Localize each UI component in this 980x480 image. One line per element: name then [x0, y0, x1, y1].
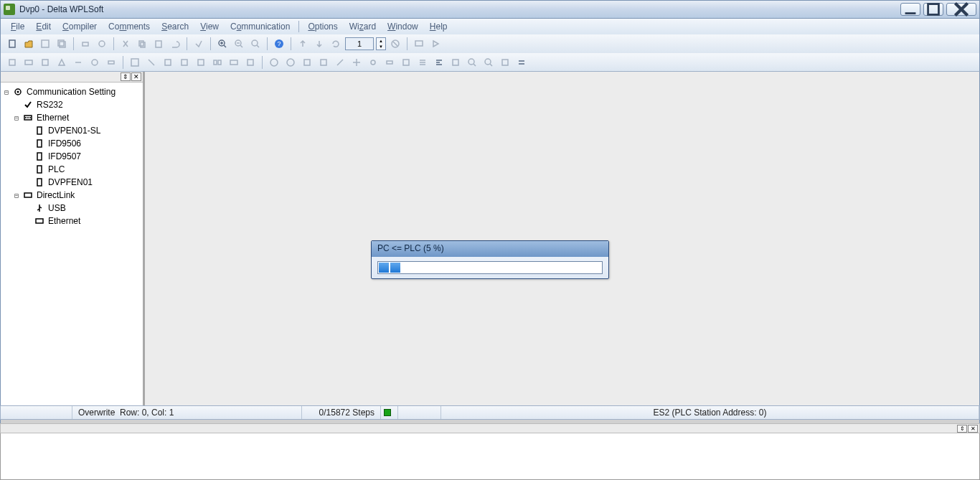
zoom-in-icon[interactable] — [215, 37, 230, 51]
tree-item[interactable]: IFD9507 — [1, 150, 141, 163]
output-panel-header: ⇕ ✕ — [0, 423, 980, 433]
tree-item-rs232[interactable]: RS232 — [1, 98, 141, 111]
tool-6-icon — [88, 55, 102, 70]
svg-rect-63 — [37, 166, 42, 173]
output-close-icon[interactable]: ✕ — [968, 425, 978, 433]
tree-item[interactable]: DVPFEN01 — [1, 176, 141, 189]
tool-1-icon — [5, 55, 19, 70]
svg-rect-65 — [24, 193, 32, 197]
menu-file[interactable]: File — [5, 20, 30, 33]
menu-options[interactable]: Options — [302, 20, 343, 33]
minimize-button[interactable] — [900, 3, 920, 16]
tree-close-icon[interactable]: ✕ — [131, 72, 141, 81]
svg-rect-61 — [37, 140, 42, 147]
gear-icon — [12, 86, 24, 98]
svg-rect-47 — [403, 60, 409, 65]
tree-pin-icon[interactable]: ⇕ — [121, 72, 131, 81]
menu-communication[interactable]: Communication — [225, 20, 296, 33]
tree-item-ethernet[interactable]: ⊟ Ethernet — [1, 111, 141, 124]
module-icon — [34, 177, 45, 188]
svg-rect-60 — [37, 127, 42, 134]
svg-line-14 — [224, 45, 226, 47]
svg-point-42 — [287, 59, 294, 66]
svg-line-25 — [393, 42, 397, 46]
svg-point-55 — [17, 91, 19, 93]
tool-3-icon — [38, 55, 52, 70]
menu-edit[interactable]: Edit — [30, 20, 57, 33]
tool-8-icon — [128, 55, 142, 70]
svg-rect-8 — [83, 42, 88, 46]
tool-18-icon — [316, 55, 331, 70]
open-file-icon[interactable] — [22, 37, 36, 51]
ethernet-icon — [34, 215, 45, 227]
tree-item[interactable]: Ethernet — [1, 215, 141, 227]
tree-item[interactable]: USB — [1, 202, 141, 215]
svg-rect-66 — [36, 219, 43, 223]
svg-rect-11 — [141, 42, 145, 47]
tree-root[interactable]: ⊟ Communication Setting — [1, 85, 141, 98]
tool-17-icon — [300, 55, 314, 70]
module-icon — [34, 164, 45, 175]
cut-icon — [118, 37, 133, 51]
tree-panel-header: ⇕ ✕ — [1, 72, 143, 83]
svg-text:?: ? — [277, 40, 281, 47]
menu-compiler[interactable]: Compiler — [57, 20, 103, 33]
zoom-fit-icon — [248, 37, 263, 51]
tool-22-icon — [382, 55, 397, 70]
svg-rect-26 — [415, 41, 423, 46]
zoom-out-icon — [232, 37, 246, 51]
tool-2-icon — [22, 55, 36, 70]
close-button[interactable] — [946, 3, 976, 16]
usb-icon — [34, 202, 45, 214]
menu-search[interactable]: Search — [156, 20, 194, 33]
menu-help[interactable]: Help — [424, 20, 453, 33]
svg-rect-32 — [131, 59, 138, 66]
tree-item-directlink[interactable]: ⊟ DirectLink — [1, 189, 141, 202]
tree-item[interactable]: DVPEN01-SL — [1, 124, 141, 137]
help-icon[interactable]: ? — [272, 37, 286, 51]
tool-4-icon — [55, 55, 69, 70]
svg-rect-44 — [321, 60, 326, 65]
tool-25-icon[interactable] — [432, 55, 446, 70]
svg-point-41 — [270, 59, 278, 66]
svg-rect-27 — [9, 60, 15, 65]
new-file-icon[interactable] — [5, 37, 19, 51]
output-pin-icon[interactable]: ⇕ — [957, 425, 967, 433]
svg-point-49 — [468, 59, 474, 65]
maximize-button[interactable] — [923, 3, 943, 16]
menu-comments[interactable]: Comments — [103, 20, 156, 33]
tool-globe-icon — [267, 55, 281, 70]
svg-rect-12 — [156, 41, 161, 47]
tool-19-icon — [333, 55, 347, 70]
window-title: Dvp0 - Delta WPLSoft — [19, 4, 900, 14]
svg-rect-28 — [25, 60, 32, 65]
menu-view[interactable]: View — [194, 20, 225, 33]
svg-rect-5 — [42, 40, 49, 47]
svg-rect-40 — [248, 60, 253, 65]
directlink-icon — [22, 189, 34, 201]
step-input[interactable] — [345, 37, 374, 50]
compile-icon — [192, 37, 206, 51]
module-icon — [34, 125, 45, 136]
tree-item[interactable]: IFD9506 — [1, 137, 141, 150]
save-all-icon — [55, 37, 69, 51]
menu-window[interactable]: Window — [382, 20, 424, 33]
tree-label: Ethernet — [37, 113, 69, 123]
tool-26-icon — [448, 55, 463, 70]
tool-14-icon — [227, 55, 241, 70]
tree-panel: ⇕ ✕ ⊟ Communication Setting RS232 ⊟ Ethe… — [1, 72, 145, 405]
tool-11-icon — [177, 55, 192, 70]
tool-30-icon[interactable] — [514, 55, 529, 70]
step-spinner[interactable]: ▲▼ — [376, 37, 386, 50]
menu-wizard[interactable]: Wizard — [344, 20, 382, 33]
status-rowcol: Row: 0, Col: 1 — [120, 408, 174, 418]
check-icon — [22, 99, 34, 110]
tree-label: PLC — [48, 164, 65, 174]
print-preview-icon — [95, 37, 109, 51]
svg-point-20 — [252, 40, 258, 46]
svg-rect-31 — [108, 61, 114, 64]
tool-12-icon — [194, 55, 208, 70]
svg-line-18 — [240, 45, 242, 47]
svg-point-30 — [92, 60, 98, 65]
tree-item[interactable]: PLC — [1, 163, 141, 176]
